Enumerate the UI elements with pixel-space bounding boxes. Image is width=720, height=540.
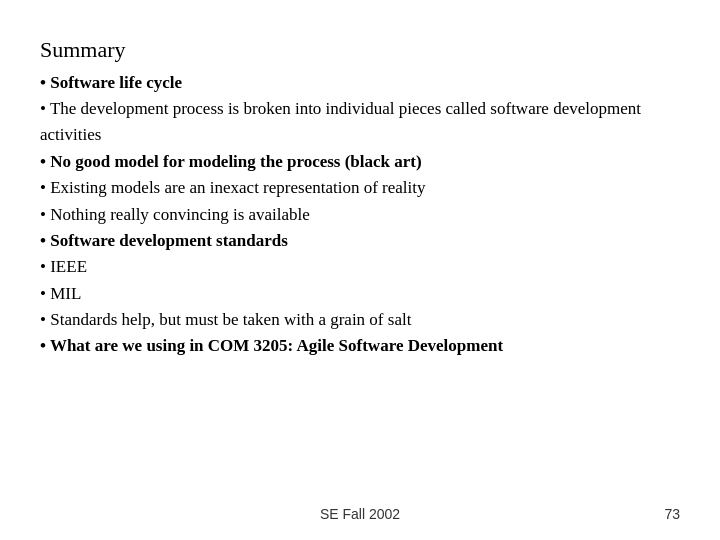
- bullet-9: • Standards help, but must be taken with…: [40, 307, 680, 333]
- slide-title: Summary: [40, 35, 680, 66]
- bullet-2: • The development process is broken into…: [40, 96, 680, 149]
- slide: Summary • Software life cycle • The deve…: [0, 0, 720, 540]
- bullet-7: • IEEE: [40, 254, 680, 280]
- bullet-10: • What are we using in COM 3205: Agile S…: [40, 333, 680, 359]
- footer-course: SE Fall 2002: [320, 506, 400, 522]
- bullet-list: • Software life cycle • The development …: [40, 70, 680, 360]
- footer-page: 73: [664, 506, 680, 522]
- bullet-6: • Software development standards: [40, 228, 680, 254]
- content-area: Summary • Software life cycle • The deve…: [40, 35, 680, 360]
- slide-footer: SE Fall 2002 73: [0, 506, 720, 522]
- bullet-5: • Nothing really convincing is available: [40, 202, 680, 228]
- bullet-1: • Software life cycle: [40, 70, 680, 96]
- bullet-4: • Existing models are an inexact represe…: [40, 175, 680, 201]
- bullet-3: • No good model for modeling the process…: [40, 149, 680, 175]
- bullet-8: • MIL: [40, 281, 680, 307]
